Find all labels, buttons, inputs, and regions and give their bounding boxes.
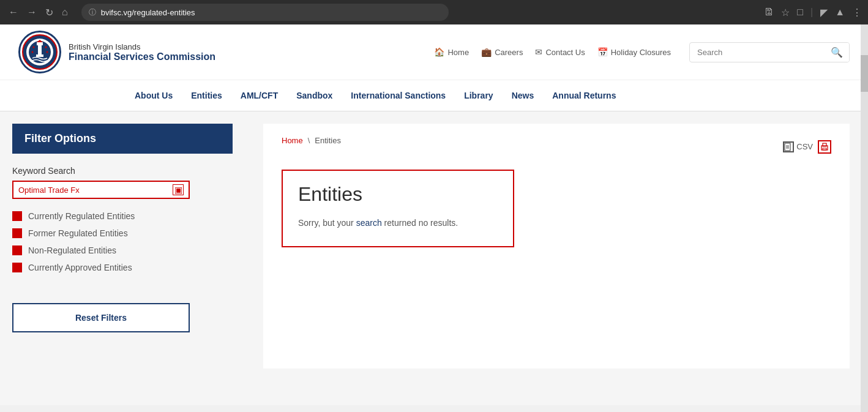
- forward-button[interactable]: →: [24, 6, 39, 19]
- logo-svg: [21, 34, 58, 70]
- url-text: bvifsc.vg/regulated-entities: [101, 8, 195, 17]
- careers-nav-label: Careers: [495, 48, 523, 57]
- logo-line1: British Virgin Islands: [69, 42, 215, 51]
- nav-sandbox[interactable]: Sandbox: [296, 82, 332, 109]
- nav-international-sanctions[interactable]: International Sanctions: [351, 82, 446, 109]
- menu-icon[interactable]: ⋮: [852, 7, 862, 18]
- non-regulated-label: Non-Regulated Entities: [28, 245, 116, 255]
- keyword-input-wrapper: ▣: [12, 181, 190, 199]
- logo-circle: [18, 31, 61, 73]
- main-content: Home \ Entities: [245, 111, 868, 405]
- list-item: Non-Regulated Entities: [12, 245, 233, 255]
- holiday-nav-icon: 📅: [597, 47, 608, 57]
- breadcrumb-separator: \: [308, 136, 310, 145]
- home-button[interactable]: ⌂: [59, 6, 70, 19]
- browser-chrome: ← → ↻ ⌂ ⓘ bvifsc.vg/regulated-entities 🖺…: [0, 0, 868, 24]
- csv-label: CSV: [796, 142, 813, 151]
- logo-line2: Financial Services Commission: [69, 51, 215, 62]
- svg-point-8: [45, 47, 47, 48]
- nav-annual-returns[interactable]: Annual Returns: [552, 82, 616, 109]
- browser-nav-buttons: ← → ↻ ⌂: [6, 6, 70, 20]
- search-highlight: search: [356, 218, 382, 228]
- svg-rect-4: [37, 42, 43, 45]
- sidebar: Filter Options Keyword Search ▣ Currentl…: [0, 111, 245, 405]
- currently-approved-label: Currently Approved Entities: [28, 263, 132, 272]
- svg-rect-3: [38, 45, 42, 54]
- breadcrumb: Home \ Entities: [282, 136, 341, 145]
- search-input[interactable]: [690, 44, 825, 61]
- csv-icon: [783, 141, 794, 152]
- star-icon[interactable]: ☆: [781, 7, 790, 18]
- no-results-text: Sorry, but your search returned no resul…: [298, 218, 498, 228]
- breadcrumb-home-link[interactable]: Home: [282, 136, 303, 145]
- export-icons: CSV: [783, 140, 831, 154]
- filter-header: Filter Options: [12, 124, 233, 154]
- breadcrumb-home-text: Home: [282, 136, 303, 145]
- print-icon: [820, 143, 829, 151]
- top-nav: 🏠 Home 💼 Careers ✉ Contact Us 📅 Holiday …: [434, 47, 671, 57]
- list-item: Currently Approved Entities: [12, 263, 233, 272]
- back-button[interactable]: ←: [6, 6, 21, 19]
- checkbox-currently-regulated[interactable]: [12, 211, 22, 221]
- print-button[interactable]: [818, 140, 831, 154]
- keyword-input[interactable]: [18, 185, 173, 195]
- nav-library[interactable]: Library: [464, 82, 493, 109]
- profile-icon[interactable]: ▲: [835, 7, 845, 18]
- nav-amlcft[interactable]: AML/CFT: [241, 82, 278, 109]
- home-nav-label: Home: [447, 48, 469, 57]
- contact-nav-label: Contact Us: [545, 48, 585, 57]
- split-icon[interactable]: ◤: [820, 7, 828, 18]
- nav-entities[interactable]: Entities: [191, 82, 222, 109]
- scrollbar[interactable]: [861, 24, 868, 412]
- breadcrumb-current: Entities: [315, 136, 341, 145]
- list-item: Former Regulated Entities: [12, 228, 233, 238]
- csv-file-icon: [784, 143, 793, 151]
- careers-nav-icon: 💼: [481, 47, 492, 57]
- svg-point-7: [33, 47, 35, 48]
- logo-area: British Virgin Islands Financial Service…: [18, 31, 215, 73]
- content-area: Home \ Entities: [263, 124, 850, 369]
- top-bar: British Virgin Islands Financial Service…: [0, 24, 868, 80]
- search-button[interactable]: 🔍: [825, 43, 849, 62]
- contact-nav-link[interactable]: ✉ Contact Us: [535, 47, 585, 57]
- browser-right-icons: 🖺 ☆ □ | ◤ ▲ ⋮: [764, 7, 862, 18]
- divider: |: [810, 7, 813, 18]
- main-nav: About Us Entities AML/CFT Sandbox Intern…: [0, 80, 868, 111]
- checkbox-currently-approved[interactable]: [12, 263, 22, 272]
- page-layout: Filter Options Keyword Search ▣ Currentl…: [0, 111, 868, 405]
- filter-body: Keyword Search ▣ Currently Regulated Ent…: [0, 154, 245, 303]
- contact-nav-icon: ✉: [535, 47, 542, 57]
- keyword-label: Keyword Search: [12, 166, 233, 176]
- checkbox-list: Currently Regulated Entities Former Regu…: [12, 211, 233, 272]
- scrollbar-thumb[interactable]: [861, 55, 868, 92]
- csv-button[interactable]: CSV: [783, 141, 813, 152]
- list-item: Currently Regulated Entities: [12, 211, 233, 221]
- extension-icon[interactable]: □: [797, 7, 803, 18]
- careers-nav-link[interactable]: 💼 Careers: [481, 47, 523, 57]
- checkbox-non-regulated[interactable]: [12, 245, 22, 255]
- refresh-button[interactable]: ↻: [43, 6, 56, 20]
- nav-about-us[interactable]: About Us: [135, 82, 173, 109]
- entities-result-box: Entities Sorry, but your search returned…: [282, 170, 514, 247]
- search-box: 🔍: [689, 42, 850, 62]
- holiday-nav-label: Holiday Closures: [611, 48, 671, 57]
- home-nav-link[interactable]: 🏠 Home: [434, 47, 469, 57]
- svg-rect-17: [823, 148, 826, 150]
- svg-rect-6: [36, 54, 43, 57]
- holiday-nav-link[interactable]: 📅 Holiday Closures: [597, 47, 671, 57]
- address-bar[interactable]: ⓘ bvifsc.vg/regulated-entities: [81, 4, 449, 21]
- reset-filters-button[interactable]: Reset Filters: [12, 303, 190, 332]
- svg-point-10: [47, 51, 48, 53]
- entities-title: Entities: [298, 183, 498, 206]
- translate-icon[interactable]: 🖺: [764, 7, 774, 18]
- keyword-search-icon[interactable]: ▣: [173, 184, 184, 195]
- former-regulated-label: Former Regulated Entities: [28, 228, 128, 238]
- checkbox-former-regulated[interactable]: [12, 228, 22, 238]
- lock-icon: ⓘ: [89, 7, 96, 18]
- svg-point-9: [32, 51, 34, 53]
- site-header: British Virgin Islands Financial Service…: [0, 24, 868, 111]
- currently-regulated-label: Currently Regulated Entities: [28, 211, 135, 221]
- home-nav-icon: 🏠: [434, 47, 444, 57]
- nav-news[interactable]: News: [512, 82, 534, 109]
- logo-text: British Virgin Islands Financial Service…: [69, 42, 215, 62]
